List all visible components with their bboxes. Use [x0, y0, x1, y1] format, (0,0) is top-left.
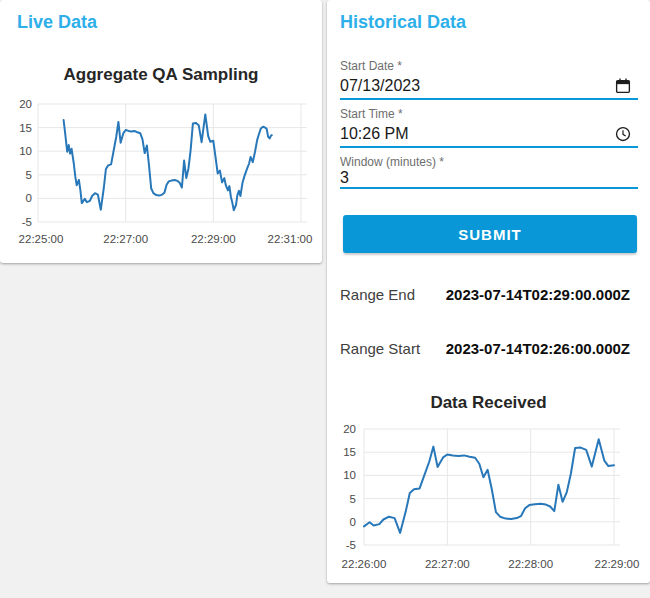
svg-text:10: 10 — [19, 145, 32, 157]
historical-data-panel: Historical Data Start Date * Start Time … — [327, 0, 650, 583]
dashboard: Live Data Aggregate QA Sampling 20151050… — [0, 0, 650, 598]
svg-text:20: 20 — [19, 98, 32, 110]
svg-text:5: 5 — [350, 493, 356, 505]
svg-text:-5: -5 — [346, 539, 356, 551]
svg-text:22:25:00: 22:25:00 — [19, 233, 64, 245]
historical-chart-canvas: 20151050-522:26:0022:27:0022:28:0022:29:… — [327, 0, 650, 583]
svg-text:5: 5 — [26, 169, 32, 181]
svg-text:10: 10 — [343, 469, 356, 481]
svg-text:20: 20 — [343, 423, 356, 435]
svg-text:22:28:00: 22:28:00 — [508, 558, 553, 570]
live-chart-canvas: 20151050-522:25:0022:27:0022:29:0022:31:… — [0, 0, 322, 263]
svg-text:22:31:00: 22:31:00 — [268, 233, 313, 245]
svg-text:-5: -5 — [22, 216, 32, 228]
svg-text:22:29:00: 22:29:00 — [595, 558, 640, 570]
svg-text:15: 15 — [343, 446, 356, 458]
svg-text:0: 0 — [350, 516, 356, 528]
live-data-panel: Live Data Aggregate QA Sampling 20151050… — [0, 0, 322, 263]
svg-text:0: 0 — [26, 192, 32, 204]
svg-text:22:27:00: 22:27:00 — [103, 233, 148, 245]
svg-text:15: 15 — [19, 122, 32, 134]
svg-text:22:27:00: 22:27:00 — [425, 558, 470, 570]
svg-text:22:29:00: 22:29:00 — [191, 233, 236, 245]
svg-text:22:26:00: 22:26:00 — [342, 558, 387, 570]
